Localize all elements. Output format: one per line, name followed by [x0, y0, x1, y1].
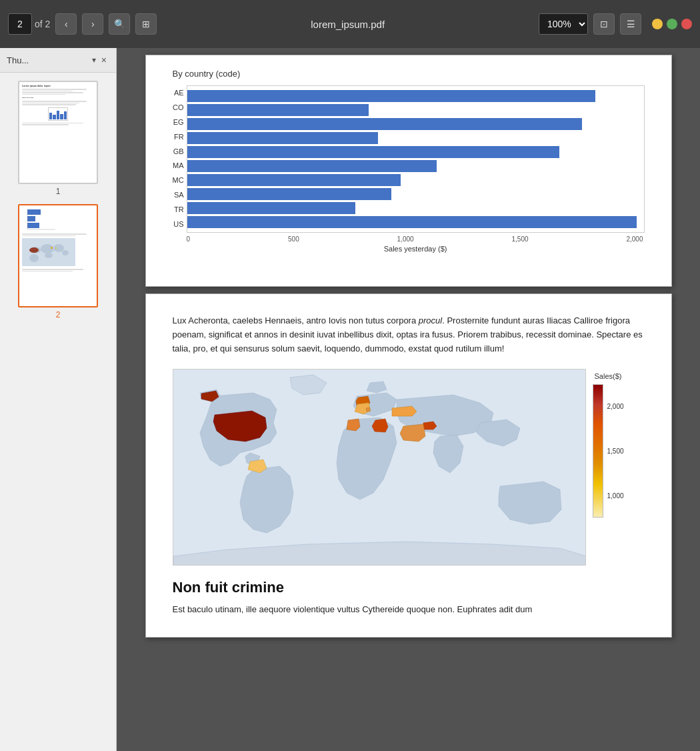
- menu-button[interactable]: ☰: [620, 13, 641, 35]
- fit-page-button[interactable]: ⊡: [593, 13, 615, 35]
- legend-title: Sales($): [595, 372, 622, 380]
- bar-label-FR: FR: [173, 133, 184, 141]
- bar-fill-SA: [187, 188, 391, 200]
- thumbnail-label-1: 1: [56, 187, 61, 196]
- bar-row-GB: [187, 146, 641, 158]
- fit-page-icon: ⊡: [600, 19, 608, 29]
- svg-rect-2: [27, 223, 39, 228]
- bar-row-AE: [187, 90, 641, 102]
- bar-label-MA: MA: [173, 161, 184, 169]
- sidebar-header-controls: ▾ ×: [92, 53, 109, 67]
- bar-label-US: US: [173, 220, 184, 228]
- bar-label-AE: AE: [173, 89, 184, 97]
- svg-point-12: [29, 247, 39, 253]
- legend-color-bar: [593, 384, 603, 518]
- bar-fill-EG: [187, 118, 582, 130]
- map-legend: Sales($) 2,000 1,500 1,000: [593, 369, 624, 518]
- bar-chart: [187, 89, 641, 229]
- minimize-button[interactable]: [652, 19, 663, 29]
- svg-point-8: [53, 244, 64, 252]
- maximize-button[interactable]: [667, 19, 677, 29]
- section-heading: Non fuit crimine: [173, 579, 645, 596]
- bar-row-SA: [187, 188, 641, 200]
- sidebar-label: Thu...: [7, 55, 29, 65]
- sidebar: Thu... ▾ × Lorem ipsum dolor report Nunc…: [0, 48, 117, 751]
- search-icon: 🔍: [114, 19, 125, 29]
- thumbnails-icon: ⊞: [142, 19, 150, 29]
- italic-word: procul: [419, 315, 442, 325]
- bar-row-FR: [187, 132, 641, 144]
- main-area: Thu... ▾ × Lorem ipsum dolor report Nunc…: [0, 48, 700, 751]
- bar-row-CO: [187, 104, 641, 116]
- thumbnail-list: Lorem ipsum dolor report Nunc vel lictor: [0, 73, 116, 327]
- sidebar-header: Thu... ▾ ×: [0, 48, 116, 73]
- legend-tick-2000: 2,000: [607, 403, 624, 410]
- map-container: [173, 369, 586, 566]
- toolbar: of 2 ‹ › 🔍 ⊞ lorem_ipsum.pdf 100% 50% 75…: [0, 0, 700, 48]
- thumbnail-page-1[interactable]: Lorem ipsum dolor report Nunc vel lictor: [18, 81, 98, 196]
- world-map-svg: [173, 369, 586, 566]
- svg-rect-13: [51, 247, 53, 249]
- chevron-down-icon[interactable]: ▾: [92, 55, 96, 65]
- legend-tick-1000: 1,000: [607, 492, 624, 500]
- bar-label-GB: GB: [173, 147, 184, 155]
- svg-rect-0: [27, 209, 41, 215]
- bar-label-SA: SA: [173, 191, 184, 199]
- chart-title: By country (code): [173, 69, 645, 79]
- x-tick-1500: 1,500: [512, 235, 529, 243]
- svg-point-11: [29, 254, 39, 262]
- footer-text: Est baculo utinam, ille aequore violenti…: [173, 603, 645, 617]
- bar-fill-AE: [187, 90, 596, 102]
- svg-rect-1: [27, 216, 35, 221]
- pdf-page-top: By country (code) AE CO EG FR GB MA MC S…: [145, 55, 672, 287]
- search-button[interactable]: 🔍: [109, 13, 130, 35]
- sidebar-close-button[interactable]: ×: [99, 53, 109, 67]
- bar-fill-MA: [187, 160, 437, 172]
- bar-row-TR: [187, 202, 641, 214]
- bar-label-CO: CO: [173, 103, 184, 111]
- bar-label-MC: MC: [173, 176, 184, 184]
- page-number-input[interactable]: [8, 13, 32, 35]
- next-page-button[interactable]: ›: [82, 13, 103, 35]
- bar-fill-MC: [187, 174, 401, 186]
- prev-page-button[interactable]: ‹: [55, 13, 77, 35]
- map-section: Sales($) 2,000 1,500 1,000: [173, 369, 645, 566]
- bar-fill-FR: [187, 132, 378, 144]
- x-tick-500: 500: [288, 235, 299, 243]
- svg-point-9: [62, 250, 69, 255]
- pdf-page-main: Lux Acheronta, caelebs Hennaeis, antro I…: [145, 293, 672, 638]
- x-axis-labels: 0 500 1,000 1,500 2,000: [187, 235, 645, 243]
- x-tick-2000: 2,000: [626, 235, 643, 243]
- thumbnails-button[interactable]: ⊞: [135, 13, 157, 35]
- thumbnail-label-2: 2: [56, 310, 61, 319]
- legend-ticks: 2,000 1,500 1,000: [607, 384, 624, 518]
- menu-icon: ☰: [627, 19, 635, 29]
- chart-area: 0 500 1,000 1,500 2,000 Sales yesterday …: [187, 85, 645, 253]
- bar-fill-TR: [187, 202, 355, 214]
- zoom-controls: 100% 50% 75% 125% 150% 200%: [539, 13, 588, 35]
- document-title: lorem_ipsum.pdf: [162, 19, 533, 30]
- svg-point-10: [45, 253, 53, 258]
- bar-label-TR: TR: [173, 205, 184, 213]
- bar-row-US: [187, 216, 641, 228]
- bar-fill-CO: [187, 104, 369, 116]
- bar-row-EG: [187, 118, 641, 130]
- thumbnail-page-2[interactable]: 2: [18, 204, 98, 319]
- bar-row-MA: [187, 160, 641, 172]
- body-text: Lux Acheronta, caelebs Hennaeis, antro I…: [173, 314, 645, 355]
- page-navigation: of 2: [8, 13, 50, 35]
- bar-row-MC: [187, 174, 641, 186]
- x-tick-0: 0: [187, 235, 191, 243]
- zoom-select[interactable]: 100% 50% 75% 125% 150% 200%: [539, 13, 588, 35]
- legend-tick-1500: 1,500: [607, 448, 624, 455]
- close-button[interactable]: [681, 19, 692, 29]
- total-pages: of 2: [35, 19, 50, 29]
- window-controls: [652, 19, 692, 29]
- x-tick-1000: 1,000: [397, 235, 414, 243]
- thumbnail-image-1: Lorem ipsum dolor report Nunc vel lictor: [18, 81, 98, 184]
- x-axis-title: Sales yesterday ($): [187, 245, 645, 253]
- chart-y-labels: AE CO EG FR GB MA MC SA TR US: [173, 85, 187, 253]
- bar-fill-GB: [187, 146, 559, 158]
- chart-section: By country (code) AE CO EG FR GB MA MC S…: [173, 69, 645, 253]
- pdf-content-area[interactable]: By country (code) AE CO EG FR GB MA MC S…: [117, 48, 700, 751]
